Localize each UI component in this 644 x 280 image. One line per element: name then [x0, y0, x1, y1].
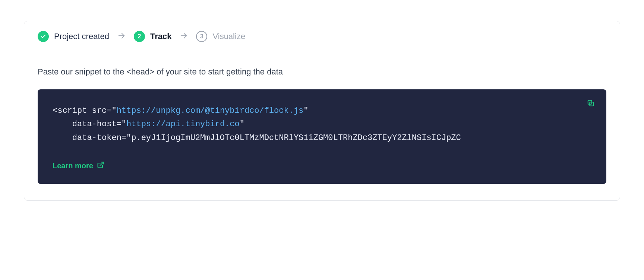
code-snippet-block: <script src="https://unpkg.com/@tinybird… — [38, 89, 606, 184]
copy-button[interactable] — [585, 98, 596, 109]
code-scroll-area[interactable]: <script src="https://unpkg.com/@tinybird… — [53, 104, 591, 152]
step-number-badge: 2 — [134, 31, 145, 42]
svg-line-4 — [100, 162, 103, 165]
step-label: Project created — [54, 32, 109, 41]
learn-more-label: Learn more — [53, 162, 93, 170]
instruction-text: Paste our snippet to the <head> of your … — [38, 67, 606, 77]
step-label: Visualize — [212, 32, 245, 41]
learn-more-link[interactable]: Learn more — [53, 161, 104, 171]
onboarding-card: Project created 2 Track 3 Visualize Past… — [24, 21, 620, 201]
arrow-right-icon — [117, 32, 126, 41]
step-visualize: 3 Visualize — [196, 31, 245, 42]
step-label: Track — [150, 32, 172, 41]
arrow-right-icon — [180, 32, 188, 41]
external-link-icon — [97, 161, 104, 171]
step-track: 2 Track — [134, 31, 172, 42]
card-body: Paste our snippet to the <head> of your … — [24, 52, 620, 200]
step-project-created: Project created — [38, 31, 109, 42]
check-icon — [38, 31, 49, 42]
code-content: <script src="https://unpkg.com/@tinybird… — [53, 104, 591, 145]
step-number-badge: 3 — [196, 31, 207, 42]
stepper: Project created 2 Track 3 Visualize — [24, 21, 620, 52]
copy-icon — [587, 103, 595, 108]
